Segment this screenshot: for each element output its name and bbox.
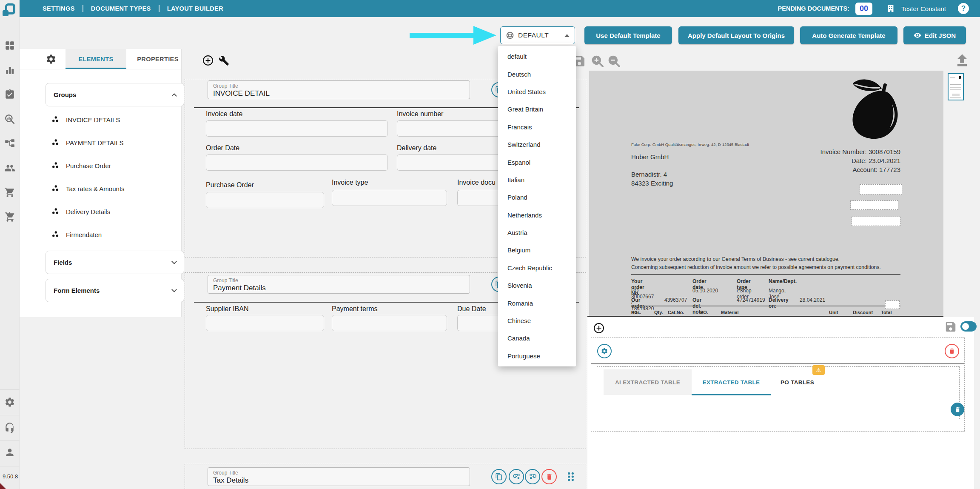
move-group-right-button[interactable] (525, 469, 540, 484)
save-tables-icon[interactable] (944, 320, 957, 333)
field-input-supplier-iban[interactable] (206, 315, 324, 331)
move-group-left-button[interactable] (509, 469, 524, 484)
dropdown-option-austria[interactable]: Austria (498, 224, 576, 241)
chevron-up-icon (564, 34, 570, 37)
dropdown-option-italian[interactable]: Italian (498, 171, 576, 189)
dropdown-option-espanol[interactable]: Espanol (498, 153, 576, 171)
analytics-icon[interactable] (4, 65, 15, 76)
edit-json-button[interactable]: Edit JSON (903, 26, 966, 44)
group-item-delivery-details[interactable]: Delivery Details (51, 205, 110, 218)
dropdown-option-francais[interactable]: Francais (498, 118, 576, 136)
build-tools-icon[interactable] (219, 55, 229, 66)
add-table-icon[interactable] (593, 323, 604, 334)
help-icon[interactable]: ? (958, 3, 969, 14)
main-nav: SETTINGS DOCUMENT TYPES LAYOUT BUILDER (20, 5, 223, 12)
dropdown-option-united-states[interactable]: United States (498, 83, 576, 100)
tables-panel: AI EXTRACTED TABLE EXTRACTED TABLE PO TA… (587, 317, 974, 489)
accordion-groups[interactable]: Groups (46, 83, 184, 106)
drag-handle[interactable] (565, 471, 576, 482)
mango-logo (848, 76, 902, 143)
auto-generate-template-button[interactable]: Auto Generate Template (800, 26, 897, 44)
group-item-tax-rates[interactable]: Tax rates & Amounts (51, 182, 125, 195)
language-dropdown: default Deutsch United States Great Brit… (498, 46, 576, 366)
page-thumbnail[interactable] (948, 73, 964, 100)
group-item-firmendaten[interactable]: Firmendaten (51, 228, 102, 241)
tab-elements-label: ELEMENTS (78, 56, 113, 63)
swap-right-icon (529, 473, 537, 481)
use-default-template-button[interactable]: Use Default Template (584, 26, 672, 44)
field-input-payment-terms[interactable] (332, 315, 447, 331)
duplicate-group-button[interactable] (491, 469, 507, 484)
field-marker-box[interactable] (850, 200, 898, 210)
users-icon[interactable] (4, 163, 15, 174)
settings-icon[interactable] (4, 397, 15, 408)
language-select[interactable]: DEFAULT (500, 26, 575, 44)
group-title-input[interactable]: Group Title Tax Details (208, 467, 470, 486)
order-value: 05.10.2020 (692, 288, 718, 294)
accordion-form-elements[interactable]: Form Elements (46, 279, 184, 302)
dropdown-option-belgium[interactable]: Belgium (498, 241, 576, 259)
field-input-invoice-type[interactable] (332, 190, 447, 206)
dropdown-option-default[interactable]: default (498, 48, 576, 65)
document-preview-page[interactable]: Fake Corp. GmbH Qualitätsmangos, Irrweg.… (589, 71, 943, 317)
delete-table-button[interactable] (945, 344, 959, 358)
dropdown-option-chinese[interactable]: Chinese (498, 312, 576, 329)
tab-elements[interactable]: ELEMENTS (66, 49, 126, 69)
panel-settings-icon[interactable] (46, 54, 57, 65)
cart-add-icon[interactable] (4, 212, 15, 223)
active-tab-underline (692, 394, 771, 395)
dashboard-icon[interactable] (4, 40, 15, 51)
support-headset-icon[interactable] (4, 422, 15, 433)
invoice-meta-block: Invoice Number: 300870159 Date: 23.04.20… (820, 147, 900, 174)
clear-table-button[interactable] (951, 403, 964, 416)
dropdown-option-czech-republic[interactable]: Czech Republic (498, 259, 576, 277)
tables-toggle[interactable] (960, 321, 977, 332)
group-title-floating-label: Group Title (213, 83, 464, 89)
nav-layout-builder[interactable]: LAYOUT BUILDER (167, 5, 223, 12)
dropdown-option-poland[interactable]: Poland (498, 189, 576, 206)
nav-document-types[interactable]: DOCUMENT TYPES (91, 5, 151, 12)
field-input-invoice-date[interactable] (206, 120, 388, 137)
group-item-purchase-order[interactable]: Purchase Order (51, 159, 111, 172)
group-title-input[interactable]: Group Title INVOICE DETAIL (208, 80, 470, 99)
tab-ai-extracted-table[interactable]: AI EXTRACTED TABLE (604, 369, 692, 395)
tab-properties[interactable]: PROPERTIES (126, 49, 189, 69)
field-input-purchase-order[interactable] (206, 192, 324, 208)
user-name[interactable]: Tester Constant (901, 5, 946, 12)
table-settings-button[interactable] (597, 344, 612, 358)
use-default-template-label: Use Default Template (596, 32, 660, 39)
dropdown-option-portuguese[interactable]: Portuguese (498, 347, 576, 365)
cart-icon[interactable] (4, 187, 15, 198)
profile-icon[interactable] (4, 447, 15, 458)
upload-document-icon[interactable] (954, 53, 970, 69)
dropdown-option-canada[interactable]: Canada (498, 329, 576, 347)
tab-label: AI EXTRACTED TABLE (615, 379, 680, 386)
add-group-icon[interactable] (202, 55, 214, 66)
field-marker-box[interactable] (852, 217, 900, 226)
group-item-invoice-details[interactable]: INVOICE DETAILS (51, 113, 120, 126)
nav-settings[interactable]: SETTINGS (43, 5, 75, 12)
zoom-in-icon[interactable] (591, 54, 604, 68)
tasks-icon[interactable] (4, 89, 15, 100)
delete-group-button[interactable] (541, 469, 557, 484)
dropdown-option-romania[interactable]: Romania (498, 294, 576, 312)
group-item-payment-details[interactable]: PAYMENT DETAILS (51, 136, 124, 149)
field-marker-box[interactable] (860, 184, 902, 194)
apply-default-layout-button[interactable]: Apply Default Layout To Origins (678, 26, 794, 44)
dropdown-option-great-britain[interactable]: Great Britain (498, 100, 576, 118)
group-title-input[interactable]: Group Title Payment Details (208, 275, 470, 294)
accordion-fields[interactable]: Fields (46, 251, 184, 274)
tab-extracted-table[interactable]: EXTRACTED TABLE (692, 369, 771, 395)
dropdown-option-deutsch[interactable]: Deutsch (498, 65, 576, 83)
zoom-out-icon[interactable] (607, 54, 621, 68)
search-analytics-icon[interactable] (4, 114, 15, 125)
field-marker-box[interactable] (885, 300, 900, 309)
line-items-column: Qty. (654, 310, 663, 315)
sender-line: Fake Corp. GmbH Qualitätsmangos, Irrweg.… (631, 142, 749, 147)
organization-icon[interactable] (886, 4, 895, 13)
field-input-order-date[interactable] (206, 154, 388, 171)
dropdown-option-netherlands[interactable]: Netherlands (498, 206, 576, 224)
dropdown-option-slovenia[interactable]: Slovenia (498, 277, 576, 294)
dropdown-option-switzerland[interactable]: Switzerland (498, 136, 576, 153)
workflow-icon[interactable] (4, 138, 15, 149)
